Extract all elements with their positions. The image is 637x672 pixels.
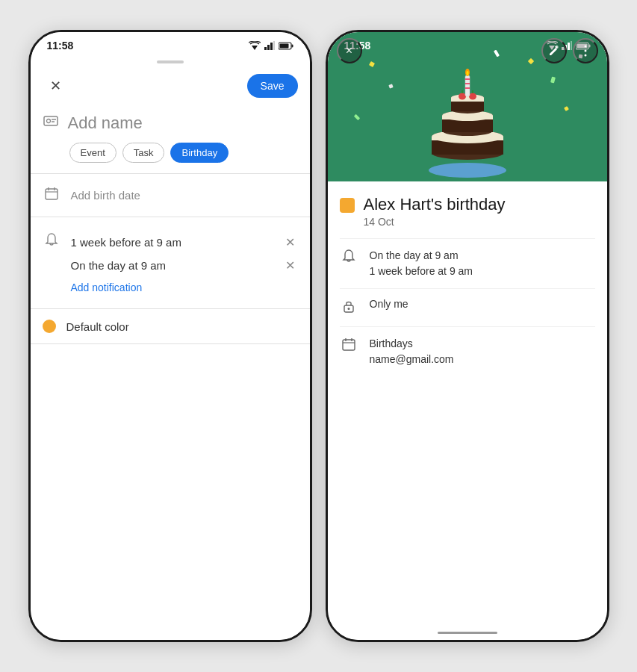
notif-detail-1: On the day at 9 am bbox=[370, 248, 595, 264]
event-color-indicator bbox=[340, 198, 355, 213]
bottom-bar bbox=[438, 632, 497, 634]
color-dot bbox=[43, 320, 56, 333]
notif-detail-2: 1 week before at 9 am bbox=[370, 264, 595, 279]
svg-rect-3 bbox=[270, 43, 273, 50]
type-selector: Event Task Birthday bbox=[31, 143, 310, 173]
save-button[interactable]: Save bbox=[247, 74, 298, 98]
more-button[interactable] bbox=[573, 38, 598, 63]
svg-point-47 bbox=[555, 46, 558, 49]
hero-image: 11:58 bbox=[328, 32, 607, 181]
confetti-7 bbox=[354, 114, 360, 120]
add-notification-btn[interactable]: Add notification bbox=[71, 277, 298, 295]
notification-row: 1 week before at 9 am ✕ On the day at 9 … bbox=[31, 225, 310, 301]
cake-image bbox=[404, 55, 531, 181]
confetti-2 bbox=[388, 84, 393, 88]
name-placeholder: Add name bbox=[68, 113, 143, 133]
svg-marker-0 bbox=[252, 46, 258, 50]
event-date: 14 Oct bbox=[364, 216, 506, 228]
date-field[interactable]: Add birth date bbox=[31, 174, 310, 217]
wifi-icon bbox=[249, 41, 261, 50]
lock-icon bbox=[340, 299, 358, 317]
svg-point-46 bbox=[466, 71, 468, 75]
svg-point-48 bbox=[584, 46, 586, 48]
confetti-4 bbox=[550, 76, 556, 83]
notif-close-2[interactable]: ✕ bbox=[282, 257, 298, 274]
chip-task[interactable]: Task bbox=[122, 143, 165, 163]
battery-icon bbox=[279, 42, 293, 50]
detail-close-button[interactable]: × bbox=[337, 38, 362, 63]
name-field[interactable]: Add name bbox=[31, 105, 310, 143]
calendar-icon bbox=[43, 186, 60, 205]
date-placeholder: Add birth date bbox=[71, 189, 140, 202]
notif-text-1: 1 week before at 9 am bbox=[71, 236, 181, 249]
notif-item-2: On the day at 9 am ✕ bbox=[71, 254, 298, 277]
detail-calendar-icon bbox=[340, 337, 358, 355]
notification-detail-row: On the day at 9 am 1 week before at 9 am bbox=[340, 238, 595, 288]
event-title-text: Alex Hart's birthday 14 Oct bbox=[364, 195, 506, 228]
calendar-email: name@gmail.com bbox=[370, 352, 595, 367]
notif-text-2: On the day at 9 am bbox=[71, 259, 167, 272]
color-row[interactable]: Default color bbox=[31, 309, 310, 343]
notification-section: 1 week before at 9 am ✕ On the day at 9 … bbox=[31, 217, 310, 308]
calendar-detail-row: Birthdays name@gmail.com bbox=[340, 326, 595, 376]
privacy-detail-row: Only me bbox=[340, 288, 595, 326]
calendar-text: Birthdays name@gmail.com bbox=[370, 336, 595, 367]
drag-handle bbox=[31, 56, 310, 66]
color-label: Default color bbox=[66, 320, 129, 333]
svg-point-9 bbox=[46, 119, 50, 123]
notif-item-1: 1 week before at 9 am ✕ bbox=[71, 231, 298, 254]
svg-rect-6 bbox=[291, 44, 293, 47]
event-title: Alex Hart's birthday bbox=[364, 195, 506, 214]
svg-point-37 bbox=[459, 93, 466, 100]
confetti-6 bbox=[564, 106, 569, 111]
nameplate-icon bbox=[43, 113, 59, 134]
hero-bar: × bbox=[328, 32, 607, 69]
svg-rect-53 bbox=[343, 340, 355, 350]
event-title-section: Alex Hart's birthday 14 Oct bbox=[340, 181, 595, 238]
edit-button[interactable] bbox=[541, 38, 567, 63]
close-button[interactable]: ✕ bbox=[43, 72, 69, 99]
svg-point-50 bbox=[584, 55, 586, 57]
scene: 11:58 ✕ Save bbox=[13, 15, 624, 657]
notification-detail-text: On the day at 9 am 1 week before at 9 am bbox=[370, 248, 595, 279]
svg-point-38 bbox=[469, 93, 476, 100]
bottom-handle bbox=[328, 626, 607, 640]
chip-event[interactable]: Event bbox=[69, 143, 116, 163]
bell-icon bbox=[43, 231, 60, 251]
notif-close-1[interactable]: ✕ bbox=[282, 234, 298, 251]
svg-point-24 bbox=[429, 163, 506, 178]
svg-point-52 bbox=[347, 308, 349, 310]
left-phone: 11:58 ✕ Save bbox=[28, 30, 312, 642]
svg-rect-1 bbox=[264, 47, 267, 50]
notification-items: 1 week before at 9 am ✕ On the day at 9 … bbox=[71, 231, 298, 295]
svg-rect-12 bbox=[46, 189, 58, 199]
signal-icon bbox=[264, 41, 275, 50]
svg-rect-2 bbox=[267, 45, 270, 50]
detail-content: Alex Hart's birthday 14 Oct On the day a… bbox=[328, 181, 607, 626]
privacy-text: Only me bbox=[370, 298, 595, 310]
svg-rect-7 bbox=[279, 43, 288, 48]
left-time: 11:58 bbox=[47, 40, 74, 52]
left-status-icons bbox=[249, 41, 293, 50]
calendar-name: Birthdays bbox=[370, 336, 595, 352]
chip-birthday[interactable]: Birthday bbox=[170, 143, 229, 163]
detail-bell-icon bbox=[340, 249, 358, 267]
hero-background: 11:58 bbox=[328, 32, 607, 181]
privacy-label: Only me bbox=[370, 298, 595, 310]
left-status-bar: 11:58 bbox=[31, 32, 310, 56]
left-top-bar: ✕ Save bbox=[31, 66, 310, 105]
svg-rect-4 bbox=[273, 41, 275, 50]
hero-actions bbox=[541, 38, 598, 63]
svg-point-49 bbox=[584, 50, 586, 52]
right-phone: 11:58 bbox=[326, 30, 609, 642]
